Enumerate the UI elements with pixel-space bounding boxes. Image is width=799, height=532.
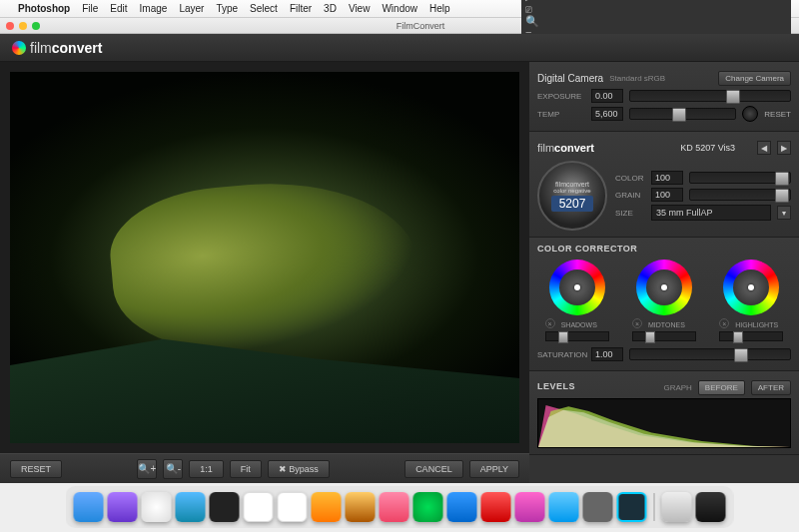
levels-before-button[interactable]: BEFORE bbox=[698, 380, 745, 395]
dock-preferences[interactable] bbox=[583, 492, 613, 522]
highlights-wheel[interactable] bbox=[723, 260, 779, 315]
dock-app7[interactable] bbox=[278, 492, 308, 522]
display-icon[interactable]: ⎚ bbox=[525, 3, 787, 15]
temp-value[interactable]: 5,600 bbox=[591, 107, 623, 121]
dock-music[interactable] bbox=[515, 492, 545, 522]
levels-histogram[interactable] bbox=[537, 398, 791, 448]
close-window-button[interactable] bbox=[6, 22, 14, 30]
dock-safari[interactable] bbox=[176, 492, 206, 522]
dock-trash[interactable] bbox=[696, 492, 726, 522]
menu-edit[interactable]: Edit bbox=[110, 3, 127, 14]
highlights-label: HIGHLIGHTS bbox=[735, 321, 778, 328]
temp-label: TEMP bbox=[537, 110, 585, 119]
dock-appstore[interactable] bbox=[549, 492, 579, 522]
preview-toolbar: RESET 🔍+ 🔍- 1:1 Fit ✖ Bypass CANCEL APPL… bbox=[0, 453, 529, 483]
saturation-slider[interactable] bbox=[629, 348, 791, 360]
zoom-1to1-button[interactable]: 1:1 bbox=[189, 460, 224, 478]
app-name[interactable]: Photoshop bbox=[18, 3, 70, 14]
film-color-slider[interactable] bbox=[689, 172, 791, 184]
film-size-label: SIZE bbox=[615, 209, 645, 218]
dock-photos[interactable] bbox=[380, 492, 409, 522]
filmconvert-panel: filmconvert RESET 🔍+ 🔍- 1:1 Fit ✖ Bypass… bbox=[0, 34, 799, 483]
midtones-reset[interactable]: × bbox=[632, 318, 642, 328]
menu-type[interactable]: Type bbox=[216, 3, 238, 14]
preview-pane: RESET 🔍+ 🔍- 1:1 Fit ✖ Bypass CANCEL APPL… bbox=[0, 62, 529, 483]
film-panel: filmconvert KD 5207 Vis3 ◀ ▶ filmconvert… bbox=[529, 132, 799, 238]
shadows-slider[interactable] bbox=[545, 331, 609, 341]
dock-app8[interactable] bbox=[312, 492, 342, 522]
camera-profile: Standard sRGB bbox=[609, 74, 665, 83]
menu-window[interactable]: Window bbox=[382, 3, 417, 14]
midtones-wheel[interactable] bbox=[636, 260, 692, 315]
levels-after-button[interactable]: AFTER bbox=[751, 380, 791, 395]
dock-siri[interactable] bbox=[108, 492, 138, 522]
film-color-label: COLOR bbox=[615, 174, 645, 183]
dock-downloads[interactable] bbox=[662, 492, 692, 522]
zoom-in-button[interactable]: 🔍+ bbox=[137, 459, 157, 479]
macos-dock bbox=[66, 486, 734, 528]
midtones-slider[interactable] bbox=[632, 331, 696, 341]
menu-help[interactable]: Help bbox=[429, 3, 450, 14]
dock-app9[interactable] bbox=[346, 492, 376, 522]
film-size-dropdown-icon[interactable]: ▾ bbox=[777, 206, 791, 220]
saturation-value[interactable]: 1.00 bbox=[591, 347, 623, 361]
shadows-reset[interactable]: × bbox=[545, 318, 555, 328]
menu-3d[interactable]: 3D bbox=[324, 3, 337, 14]
levels-title: LEVELS bbox=[537, 381, 575, 391]
preview-content bbox=[10, 72, 519, 443]
film-grain-slider[interactable] bbox=[689, 189, 791, 201]
menu-select[interactable]: Select bbox=[250, 3, 278, 14]
film-color-value[interactable]: 100 bbox=[651, 171, 683, 185]
menu-layer[interactable]: Layer bbox=[179, 3, 204, 14]
menu-view[interactable]: View bbox=[349, 3, 371, 14]
bypass-button[interactable]: ✖ Bypass bbox=[268, 460, 330, 478]
levels-panel: LEVELS GRAPH BEFORE AFTER bbox=[529, 371, 799, 455]
dock-news[interactable] bbox=[481, 492, 511, 522]
film-stock-name: KD 5207 Vis3 bbox=[680, 143, 735, 153]
svg-marker-2 bbox=[538, 410, 790, 447]
temp-slider[interactable] bbox=[629, 108, 736, 120]
menu-image[interactable]: Image bbox=[140, 3, 168, 14]
reset-button[interactable]: RESET bbox=[10, 460, 62, 478]
dock-photoshop[interactable] bbox=[617, 492, 647, 522]
image-preview[interactable] bbox=[10, 72, 519, 443]
controls-pane: Digital Camera Standard sRGB Change Came… bbox=[529, 62, 799, 483]
zoom-window-button[interactable] bbox=[32, 22, 40, 30]
dock-separator bbox=[654, 493, 655, 521]
exposure-slider[interactable] bbox=[629, 90, 791, 102]
dock-finder[interactable] bbox=[74, 492, 104, 522]
dock-messages[interactable] bbox=[413, 492, 443, 522]
window-title: FilmConvert bbox=[48, 21, 793, 31]
temp-reset-knob[interactable] bbox=[742, 106, 758, 122]
prev-film-button[interactable]: ◀ bbox=[757, 141, 771, 155]
dock-launchpad[interactable] bbox=[142, 492, 172, 522]
film-size-select[interactable]: 35 mm FullAP bbox=[651, 205, 771, 221]
cancel-button[interactable]: CANCEL bbox=[404, 460, 463, 478]
change-camera-button[interactable]: Change Camera bbox=[718, 71, 791, 86]
menu-filter[interactable]: Filter bbox=[290, 3, 312, 14]
levels-graph-label: GRAPH bbox=[663, 383, 691, 392]
macos-menubar: Photoshop File Edit Image Layer Type Sel… bbox=[0, 0, 799, 18]
dock-mail[interactable] bbox=[447, 492, 477, 522]
camera-title: Digital Camera bbox=[537, 73, 603, 84]
shadows-wheel[interactable] bbox=[549, 260, 605, 315]
exposure-label: EXPOSURE bbox=[537, 92, 585, 101]
apply-button[interactable]: APPLY bbox=[469, 460, 519, 478]
logo-icon bbox=[12, 41, 26, 55]
exposure-value[interactable]: 0.00 bbox=[591, 89, 623, 103]
next-film-button[interactable]: ▶ bbox=[777, 141, 791, 155]
minimize-window-button[interactable] bbox=[19, 22, 27, 30]
film-logo: filmconvert bbox=[537, 142, 594, 154]
dock-calendar[interactable] bbox=[244, 492, 274, 522]
plugin-header: filmconvert bbox=[0, 34, 799, 62]
menu-file[interactable]: File bbox=[82, 3, 98, 14]
film-grain-value[interactable]: 100 bbox=[651, 188, 683, 202]
zoom-fit-button[interactable]: Fit bbox=[230, 460, 262, 478]
highlights-reset[interactable]: × bbox=[719, 318, 729, 328]
dock-app5[interactable] bbox=[210, 492, 240, 522]
temp-reset-label: RESET bbox=[764, 110, 791, 119]
highlights-slider[interactable] bbox=[719, 331, 783, 341]
zoom-out-button[interactable]: 🔍- bbox=[163, 459, 183, 479]
film-dial[interactable]: filmconvert color negative 5207 bbox=[537, 161, 607, 231]
color-corrector-panel: COLOR CORRECTOR ×SHADOWS ×MIDTONES bbox=[529, 238, 799, 371]
